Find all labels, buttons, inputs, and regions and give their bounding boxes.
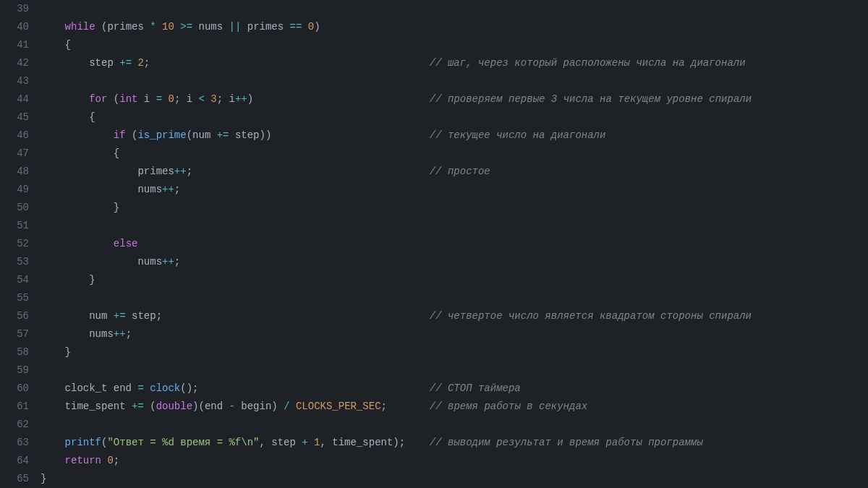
code-line: while (primes * 10 >= nums || primes == … xyxy=(41,18,868,36)
code-line: nums++; xyxy=(41,325,868,343)
line-number: 45 xyxy=(0,108,29,127)
code-line: time_spent += (double)(end - begin) / CL… xyxy=(41,398,868,416)
line-number: 39 xyxy=(0,0,29,18)
line-number: 51 xyxy=(0,217,29,235)
code-line xyxy=(41,289,868,307)
code-line: num += step; // четвертое число является… xyxy=(41,307,868,325)
line-number: 60 xyxy=(0,380,29,398)
line-number: 49 xyxy=(0,181,29,199)
comment: // проверяем первые 3 числа на текущем у… xyxy=(430,93,752,105)
line-number: 46 xyxy=(0,127,29,145)
code-line xyxy=(41,217,868,235)
code-area[interactable]: while (primes * 10 >= nums || primes == … xyxy=(41,0,868,488)
code-line: } xyxy=(41,199,868,217)
code-line: clock_t end = clock(); // СТОП таймера xyxy=(41,380,868,398)
code-line: step += 2; // шаг, через который располо… xyxy=(41,54,868,72)
line-number: 57 xyxy=(0,325,29,343)
line-number-gutter: 3940414243444546474849505152535455565758… xyxy=(0,0,41,488)
code-editor[interactable]: 3940414243444546474849505152535455565758… xyxy=(0,0,868,488)
code-line: } xyxy=(41,470,868,488)
line-number: 48 xyxy=(0,163,29,181)
line-number: 40 xyxy=(0,18,29,36)
line-number: 54 xyxy=(0,271,29,289)
line-number: 59 xyxy=(0,361,29,380)
code-line: { xyxy=(41,108,868,127)
line-number: 41 xyxy=(0,36,29,54)
comment: // простое xyxy=(430,166,490,177)
code-line: } xyxy=(41,271,868,289)
line-number: 42 xyxy=(0,54,29,72)
line-number: 58 xyxy=(0,343,29,361)
line-number: 64 xyxy=(0,452,29,470)
code-line xyxy=(41,361,868,380)
line-number: 50 xyxy=(0,199,29,217)
code-line: { xyxy=(41,145,868,163)
line-number: 44 xyxy=(0,90,29,108)
code-line: nums++; xyxy=(41,253,868,271)
code-line: if (is_prime(num += step)) // текущее чи… xyxy=(41,127,868,145)
comment: // выводим результат и время работы прог… xyxy=(430,437,703,448)
line-number: 56 xyxy=(0,307,29,325)
comment: // время работы в секундах xyxy=(430,401,587,412)
comment: // СТОП таймера xyxy=(430,382,521,394)
code-line: return 0; xyxy=(41,452,868,470)
code-line: primes++; // простое xyxy=(41,163,868,181)
comment: // текущее число на диагонали xyxy=(430,129,606,141)
code-line xyxy=(41,72,868,90)
line-number: 61 xyxy=(0,398,29,416)
code-line xyxy=(41,416,868,434)
line-number: 52 xyxy=(0,235,29,253)
code-line xyxy=(41,0,868,18)
line-number: 53 xyxy=(0,253,29,271)
line-number: 65 xyxy=(0,470,29,488)
comment: // шаг, через который расположены числа … xyxy=(430,57,746,69)
line-number: 47 xyxy=(0,145,29,163)
code-line: else xyxy=(41,235,868,253)
line-number: 55 xyxy=(0,289,29,307)
code-line: printf("Ответ = %d время = %f\n", step +… xyxy=(41,434,868,452)
code-line: for (int i = 0; i < 3; i++) // проверяем… xyxy=(41,90,868,108)
line-number: 43 xyxy=(0,72,29,90)
code-line: } xyxy=(41,343,868,361)
line-number: 62 xyxy=(0,416,29,434)
code-line: nums++; xyxy=(41,181,868,199)
code-line: { xyxy=(41,36,868,54)
line-number: 63 xyxy=(0,434,29,452)
comment: // четвертое число является квадратом ст… xyxy=(430,310,752,322)
